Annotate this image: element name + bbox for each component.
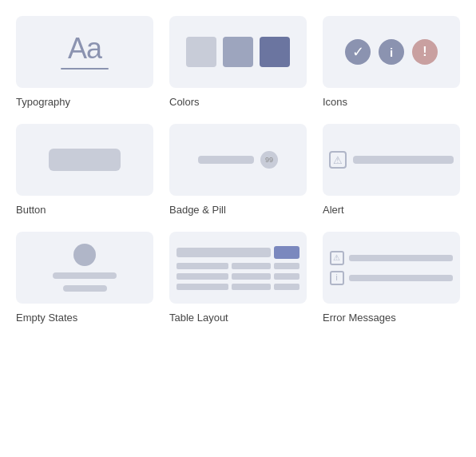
colors-label: Colors [169,96,200,108]
color-swatch-light [186,37,216,67]
table-cell [232,273,271,280]
card-typography[interactable]: Aa Typography [16,16,153,108]
typography-aa-text: Aa [68,34,101,63]
error-bar-1 [349,255,454,261]
card-error-messages[interactable]: ⚠ i Error Messages [323,232,460,324]
mock-badge: 99 [260,151,278,169]
card-alert[interactable]: ⚠ Alert [323,124,460,216]
color-swatch-mid [223,37,253,67]
component-grid: Aa Typography Colors ✓ i ! Icons [16,16,460,324]
typography-underline [61,68,109,70]
table-search-bar [177,248,272,257]
card-icons[interactable]: ✓ i ! Icons [323,16,460,108]
check-circle-icon: ✓ [345,39,371,65]
button-preview [16,124,153,196]
alert-preview: ⚠ [323,124,460,196]
icons-label: Icons [323,96,347,108]
mock-button [49,149,121,171]
empty-avatar [73,244,96,266]
badge-preview: 99 [169,124,307,196]
empty-states-preview [16,232,153,304]
warning-circle-icon: ! [412,39,438,65]
typography-preview: Aa [16,16,153,88]
card-table-layout[interactable]: Table Layout [169,232,307,324]
error-messages-preview: ⚠ i [323,232,460,304]
card-colors[interactable]: Colors [169,16,307,108]
table-cell [232,284,271,290]
button-label: Button [16,204,46,216]
table-cell [274,263,300,269]
error-messages-label: Error Messages [323,312,396,324]
error-bar-2 [349,275,454,281]
table-layout-preview [169,232,307,304]
alert-label: Alert [323,204,344,216]
info-circle-icon: i [379,39,404,65]
color-swatch-dark [260,37,290,67]
table-cell [274,284,300,290]
colors-preview [169,16,307,88]
table-cell [177,263,228,269]
badge-bar [198,156,254,164]
table-cell [274,273,300,280]
alert-warning-icon: ⚠ [329,151,347,169]
empty-bar-1 [53,272,117,279]
alert-content-bar [353,156,454,164]
table-cell [177,284,228,290]
typography-label: Typography [16,96,70,108]
table-cell [177,273,228,280]
card-badge-pill[interactable]: 99 Badge & Pill [169,124,307,216]
card-button[interactable]: Button [16,124,153,216]
icons-preview: ✓ i ! [323,16,460,88]
error-warning-icon: ⚠ [330,251,344,265]
badge-pill-label: Badge & Pill [169,204,226,216]
error-info-icon: i [330,271,344,285]
table-action-button [274,246,299,259]
card-empty-states[interactable]: Empty States [16,232,153,324]
empty-states-label: Empty States [16,312,77,324]
table-layout-label: Table Layout [169,312,228,324]
empty-bar-2 [63,285,107,292]
table-cell [232,263,271,269]
